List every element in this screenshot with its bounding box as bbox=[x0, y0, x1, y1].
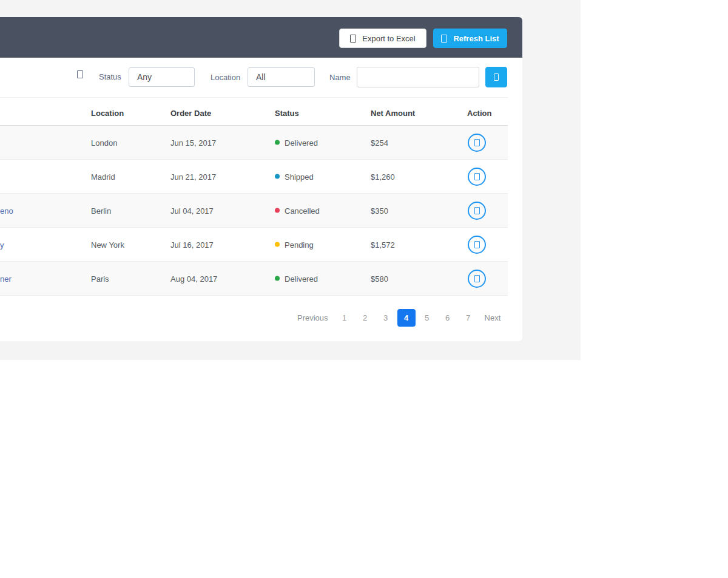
location-filter-select[interactable]: All bbox=[248, 67, 315, 87]
table-body: London Jun 15, 2017 Delivered $254 Madri… bbox=[0, 126, 508, 296]
column-header-location: Location bbox=[91, 109, 124, 118]
location-cell: Paris bbox=[91, 274, 109, 283]
order-date-cell: Aug 04, 2017 bbox=[170, 274, 217, 283]
pagination-next-button[interactable]: Next bbox=[479, 313, 507, 322]
status-dot-icon bbox=[275, 174, 280, 179]
net-amount-cell: $350 bbox=[371, 206, 388, 215]
customer-name-link-truncated[interactable]: ner bbox=[0, 274, 12, 283]
export-to-excel-button[interactable]: Export to Excel bbox=[339, 29, 426, 48]
location-filter-label: Location bbox=[211, 73, 240, 83]
order-date-cell: Jun 15, 2017 bbox=[170, 138, 216, 147]
order-date-cell: Jul 04, 2017 bbox=[170, 206, 214, 215]
row-action-button[interactable] bbox=[468, 202, 486, 220]
refresh-button-label: Refresh List bbox=[453, 34, 499, 43]
customer-name-link-truncated[interactable]: y bbox=[0, 240, 4, 249]
column-header-net-amount: Net Amount bbox=[371, 109, 415, 118]
status-label: Delivered bbox=[285, 274, 318, 283]
location-cell: Berlin bbox=[91, 206, 111, 215]
pagination: Previous 1234567 Next bbox=[291, 308, 507, 327]
view-details-icon bbox=[474, 275, 480, 282]
table-row: ner Paris Aug 04, 2017 Delivered $580 bbox=[0, 262, 508, 296]
column-header-order-date: Order Date bbox=[170, 109, 211, 118]
pagination-page-button[interactable]: 6 bbox=[437, 313, 458, 322]
net-amount-cell: $254 bbox=[371, 138, 388, 147]
status-cell: Delivered bbox=[275, 274, 318, 283]
net-amount-cell: $1,572 bbox=[371, 240, 395, 249]
status-filter-label: Status bbox=[99, 72, 121, 82]
table-row: Madrid Jun 21, 2017 Shipped $1,260 bbox=[0, 160, 508, 194]
status-cell: Delivered bbox=[275, 138, 318, 147]
pagination-pages: 1234567 bbox=[334, 309, 479, 327]
search-icon bbox=[494, 73, 499, 81]
status-dot-icon bbox=[275, 208, 280, 213]
table-row: London Jun 15, 2017 Delivered $254 bbox=[0, 126, 508, 160]
customer-name-link-truncated[interactable]: eno bbox=[0, 206, 13, 215]
status-filter-value: Any bbox=[137, 72, 152, 82]
row-action-button[interactable] bbox=[468, 236, 486, 254]
pagination-page-button[interactable]: 1 bbox=[334, 313, 355, 322]
status-dot-icon bbox=[275, 276, 280, 281]
status-dot-icon bbox=[275, 242, 280, 247]
table-row: eno Berlin Jul 04, 2017 Cancelled $350 bbox=[0, 194, 508, 228]
column-header-action: Action bbox=[467, 109, 491, 118]
status-dot-icon bbox=[275, 140, 280, 145]
status-cell: Pending bbox=[275, 240, 314, 249]
row-action-button[interactable] bbox=[468, 134, 486, 152]
pagination-page-button[interactable]: 3 bbox=[376, 313, 396, 322]
excel-file-icon bbox=[350, 35, 356, 42]
refresh-list-button[interactable]: Refresh List bbox=[433, 29, 507, 48]
pagination-page-button[interactable]: 5 bbox=[417, 313, 437, 322]
table-row: y New York Jul 16, 2017 Pending $1,572 bbox=[0, 228, 508, 262]
status-label: Cancelled bbox=[285, 206, 320, 215]
status-cell: Cancelled bbox=[275, 206, 320, 215]
order-date-cell: Jun 21, 2017 bbox=[170, 172, 216, 181]
pagination-page-button[interactable]: 2 bbox=[355, 313, 376, 322]
status-cell: Shipped bbox=[275, 172, 314, 181]
order-date-cell: Jul 16, 2017 bbox=[170, 240, 214, 249]
view-details-icon bbox=[474, 241, 480, 248]
view-details-icon bbox=[474, 139, 480, 146]
location-cell: New York bbox=[91, 240, 124, 249]
filter-icon bbox=[77, 70, 83, 78]
column-header-status: Status bbox=[275, 109, 299, 118]
table-header-top-border bbox=[0, 97, 508, 98]
view-details-icon bbox=[474, 173, 480, 180]
pagination-page-active[interactable]: 4 bbox=[397, 309, 416, 327]
search-button[interactable] bbox=[485, 67, 507, 87]
status-filter-select[interactable]: Any bbox=[129, 67, 195, 87]
pagination-page-button[interactable]: 7 bbox=[458, 313, 479, 322]
location-cell: Madrid bbox=[91, 172, 115, 181]
location-cell: London bbox=[91, 138, 117, 147]
row-action-button[interactable] bbox=[468, 168, 486, 186]
status-label: Pending bbox=[285, 240, 314, 249]
status-label: Shipped bbox=[285, 172, 314, 181]
name-filter-label: Name bbox=[329, 73, 351, 83]
view-details-icon bbox=[474, 207, 480, 214]
refresh-icon bbox=[441, 35, 447, 42]
pagination-previous-button[interactable]: Previous bbox=[291, 313, 334, 322]
row-action-button[interactable] bbox=[468, 270, 486, 288]
net-amount-cell: $1,260 bbox=[371, 172, 395, 181]
export-button-label: Export to Excel bbox=[362, 34, 415, 43]
status-label: Delivered bbox=[285, 138, 318, 147]
net-amount-cell: $580 bbox=[371, 274, 388, 283]
location-filter-value: All bbox=[256, 72, 266, 82]
name-filter-input[interactable] bbox=[357, 67, 479, 87]
